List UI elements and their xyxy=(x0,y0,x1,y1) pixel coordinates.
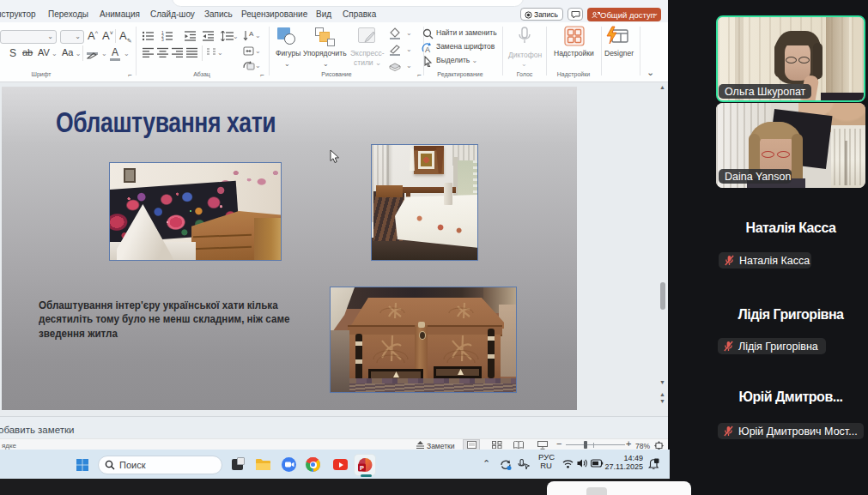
svg-text:P: P xyxy=(360,464,364,472)
svg-text:A: A xyxy=(249,30,254,38)
svg-text:3: 3 xyxy=(161,37,164,41)
svg-text:A: A xyxy=(425,45,430,53)
